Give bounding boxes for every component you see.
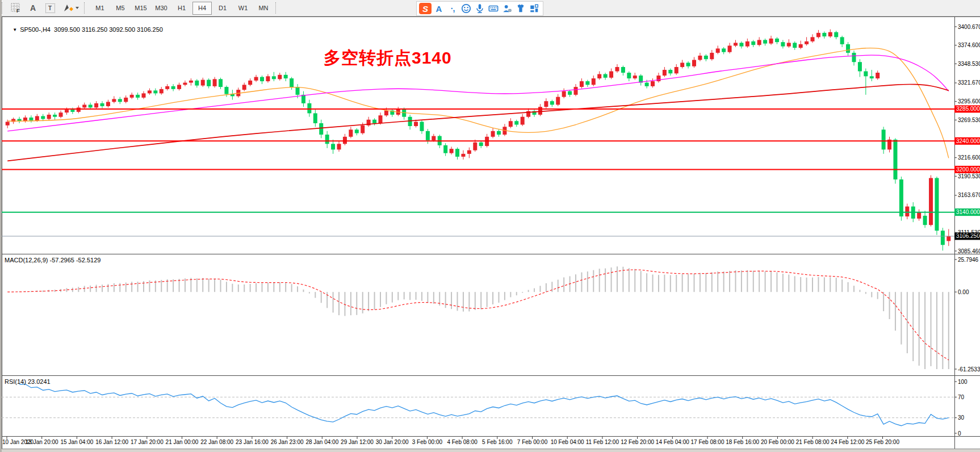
svg-text:100: 100 (958, 379, 968, 385)
svg-text:20 Feb 00:00: 20 Feb 00:00 (761, 439, 794, 445)
svg-text:3163.670: 3163.670 (958, 192, 980, 198)
svg-text:70: 70 (958, 394, 965, 400)
svg-text:10 Feb 04:00: 10 Feb 04:00 (551, 439, 584, 445)
svg-text:3190.530: 3190.530 (958, 173, 980, 179)
svg-text:3348.530: 3348.530 (958, 61, 980, 67)
ime-toolbar: S A ·, (416, 1, 543, 16)
timeframe-m15[interactable]: M15 (131, 2, 150, 15)
svg-text:12 Feb 20:00: 12 Feb 20:00 (621, 439, 654, 445)
svg-text:4 Feb 08:00: 4 Feb 08:00 (447, 439, 478, 445)
svg-text:15 Jan 04:00: 15 Jan 04:00 (60, 439, 93, 445)
punctuation-icon[interactable]: ·, (446, 2, 459, 15)
svg-text:30 Jan 20:00: 30 Jan 20:00 (376, 439, 409, 445)
svg-text:21 Feb 08:00: 21 Feb 08:00 (796, 439, 830, 445)
timeframe-d1[interactable]: D1 (213, 2, 232, 15)
template-button[interactable]: F (8, 1, 24, 15)
timeframe-m5[interactable]: M5 (111, 2, 130, 15)
chart-plot-area[interactable] (5, 16, 952, 254)
svg-text:3374.600: 3374.600 (958, 42, 980, 48)
toolbar-grip[interactable] (2, 2, 5, 14)
svg-text:3085.460: 3085.460 (958, 248, 980, 254)
svg-text:5 Feb 16:00: 5 Feb 16:00 (482, 439, 513, 445)
svg-text:3240.000: 3240.000 (956, 138, 980, 144)
svg-text:3321.670: 3321.670 (958, 79, 980, 86)
svg-text:18 Feb 16:00: 18 Feb 16:00 (726, 439, 759, 445)
text-t-icon: T (45, 3, 55, 13)
toolbar-grip[interactable] (84, 2, 87, 14)
rsi-label: RSI(14) 23.0241 (5, 378, 51, 385)
emoji-icon[interactable] (459, 2, 473, 15)
microphone-icon[interactable] (473, 2, 487, 15)
chart-title: ▼SP500-,H4 3099.500 3116.250 3092.500 31… (6, 19, 163, 40)
svg-text:3216.600: 3216.600 (958, 154, 980, 161)
svg-text:3 Feb 00:00: 3 Feb 00:00 (412, 439, 443, 445)
timeframe-mn[interactable]: MN (254, 2, 273, 15)
macd-label: MACD(12,26,9) -57.2965 -52.5129 (5, 257, 100, 263)
svg-text:28 Jan 04:00: 28 Jan 04:00 (305, 439, 338, 445)
account-icon[interactable] (500, 2, 514, 15)
svg-text:3400.670: 3400.670 (958, 24, 980, 30)
svg-text:26 Jan 23:00: 26 Jan 23:00 (271, 439, 304, 445)
template-grid-icon: F (11, 3, 21, 13)
timeframe-h4[interactable]: H4 (192, 2, 212, 15)
svg-text:23 Jan 16:00: 23 Jan 16:00 (236, 439, 269, 445)
chevron-down-icon (76, 7, 79, 9)
svg-text:21 Jan 00:00: 21 Jan 00:00 (166, 439, 199, 445)
svg-text:14 Feb 04:00: 14 Feb 04:00 (656, 439, 689, 445)
svg-text:-61.2533: -61.2533 (958, 366, 980, 373)
toolbox-icon[interactable] (527, 2, 541, 15)
window-bottom-strip (0, 449, 980, 452)
toolbar-grip[interactable] (275, 2, 278, 14)
svg-text:3140.000: 3140.000 (956, 209, 980, 215)
label-tool-button[interactable]: A (25, 1, 41, 15)
svg-text:17 Feb 08:00: 17 Feb 08:00 (691, 439, 724, 445)
svg-text:17 Jan 20:00: 17 Jan 20:00 (131, 439, 164, 445)
sogou-logo-icon[interactable]: S (418, 2, 432, 15)
svg-text:29 Jan 12:00: 29 Jan 12:00 (341, 439, 374, 445)
svg-text:16 Jan 12:00: 16 Jan 12:00 (95, 439, 128, 445)
chart-canvas[interactable]: 3285.0003240.0003200.0003140.0003106.250… (0, 0, 980, 452)
skin-icon[interactable] (514, 2, 527, 15)
svg-text:3295.600: 3295.600 (958, 98, 980, 104)
text-tool-button[interactable]: T (42, 1, 58, 15)
arrows-icon (62, 3, 74, 13)
timeframe-m1[interactable]: M1 (90, 2, 110, 15)
svg-text:3269.530: 3269.530 (958, 117, 980, 123)
svg-text:24 Feb 12:00: 24 Feb 12:00 (831, 439, 864, 445)
annotation-text[interactable]: 多空转折点3140 (324, 47, 452, 70)
keyboard-icon[interactable] (487, 2, 500, 15)
latin-mode-icon[interactable]: A (432, 2, 446, 15)
timeframe-w1[interactable]: W1 (233, 2, 253, 15)
svg-text:3285.000: 3285.000 (956, 106, 980, 112)
svg-text:3200.000: 3200.000 (956, 166, 980, 173)
chart-dropdown-icon[interactable]: ▼ (12, 27, 17, 32)
svg-text:25 Feb 20:00: 25 Feb 20:00 (866, 439, 899, 445)
svg-text:0: 0 (958, 430, 961, 437)
svg-text:3111.530: 3111.530 (958, 229, 980, 236)
svg-text:7 Feb 00:00: 7 Feb 00:00 (517, 439, 548, 445)
arrows-tool-button[interactable] (59, 1, 82, 15)
window-left-edge (0, 0, 2, 452)
svg-text:0.00: 0.00 (958, 289, 969, 295)
svg-text:13 Jan 20:00: 13 Jan 20:00 (26, 439, 58, 445)
mt4-window: F A T M1 M5 M15 M30 H1 H4 D1 W1 MN (0, 0, 980, 452)
svg-text:F: F (16, 8, 20, 13)
svg-text:22 Jan 08:00: 22 Jan 08:00 (200, 439, 233, 445)
timeframe-h1[interactable]: H1 (172, 2, 191, 15)
svg-text:11 Feb 12:00: 11 Feb 12:00 (586, 439, 619, 445)
svg-text:25.7946: 25.7946 (958, 257, 979, 263)
timeframe-m30[interactable]: M30 (152, 2, 171, 15)
label-a-icon: A (30, 3, 36, 12)
svg-text:30: 30 (958, 415, 965, 421)
